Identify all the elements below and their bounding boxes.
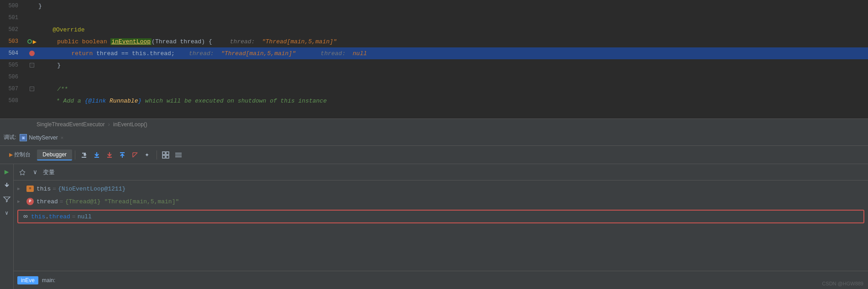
code-content: } [41, 62, 868, 69]
fold-icon[interactable]: − [30, 87, 34, 91]
watches-btn[interactable] [160, 149, 172, 161]
line-number: 503 [0, 38, 23, 45]
stack-section: inEve main: [14, 271, 868, 289]
thread-icon: P [26, 198, 34, 205]
variables-list: ▶ ≡ this = {NioEventLoop@1211} ▶ P threa… [14, 181, 868, 271]
var-value-this: {NioEventLoop@1211} [58, 186, 125, 192]
var-value-null: null [78, 213, 92, 220]
resume-btn[interactable]: ▶ [2, 167, 12, 177]
line-gutter-507: − [23, 87, 41, 91]
frames-btn[interactable] [173, 149, 184, 161]
svg-rect-2 [107, 157, 112, 158]
tab-debugger[interactable]: Debugger [37, 150, 72, 160]
var-eq-thread: = [60, 198, 63, 205]
var-value-thread: {Thread@1} "Thread[main,5,main]" [65, 198, 179, 205]
code-line-500: 500 } [0, 0, 868, 12]
code-lines: 500 } 501 502 @Override 503 ▶ public boo [0, 0, 868, 107]
code-editor: 500 } 501 502 @Override 503 ▶ public boo [0, 0, 868, 119]
code-line-506: 506 [0, 71, 868, 83]
expand-btn[interactable]: ∨ [2, 208, 12, 218]
pin-icon[interactable] [17, 167, 27, 177]
debug-close-btn[interactable]: × [61, 135, 63, 140]
force-step-btn[interactable] [104, 149, 115, 161]
step-over-side-btn[interactable] [2, 181, 12, 191]
step-over-btn[interactable] [78, 149, 90, 161]
line-number: 505 [0, 62, 23, 68]
line-number: 500 [0, 3, 23, 9]
stack-label: main: [42, 277, 55, 284]
debug-header: 调试: ▣ NettyServer × [0, 129, 868, 146]
debug-panel: 调试: ▣ NettyServer × ▶ 控制台 Debugger [0, 129, 868, 289]
code-line-508: 508 * Add a {@link Runnable} which will … [0, 95, 868, 107]
object-icon: ≡ [26, 186, 34, 192]
chevron-down-icon[interactable]: ∨ [30, 167, 40, 177]
debug-toolbar: ▶ 控制台 Debugger [0, 146, 868, 164]
filter-btn[interactable] [2, 194, 12, 204]
breadcrumb-class: SingleThreadEventExecutor [37, 121, 105, 128]
line-number: 507 [0, 86, 23, 92]
step-out-btn[interactable] [116, 149, 128, 161]
code-content: @Override [37, 26, 868, 33]
svg-rect-11 [166, 155, 169, 158]
expand-arrow-thread[interactable]: ▶ [17, 199, 25, 204]
line-number: 501 [0, 15, 23, 21]
expand-arrow-this[interactable]: ▶ [17, 186, 25, 191]
evaluate-btn[interactable]: ✦ [142, 149, 154, 161]
line-number: 502 [0, 26, 23, 33]
line-gutter-503: ▶ [23, 38, 41, 46]
variables-label: 变量 [43, 168, 55, 176]
svg-rect-9 [166, 152, 169, 155]
debug-session-icon: ▣ [20, 134, 27, 141]
toolbar-separator-1 [75, 150, 75, 160]
line-gutter-504 [23, 51, 41, 56]
svg-line-6 [133, 153, 137, 157]
debug-left-sidebar: ▶ ∨ [0, 164, 14, 289]
var-item-thread[interactable]: ▶ P thread = {Thread@1} "Thread[main,5,m… [14, 195, 868, 208]
breadcrumb-sep: › [106, 121, 111, 128]
svg-text:✦: ✦ [145, 152, 149, 158]
watermark: CSDN @HGW889 [822, 281, 863, 286]
svg-rect-0 [82, 157, 86, 158]
step-into-btn[interactable] [91, 149, 103, 161]
code-line-501: 501 [0, 12, 868, 24]
svg-rect-1 [94, 157, 99, 158]
code-content-504: return thread == this.thread; thread: "T… [41, 50, 868, 57]
var-item-this[interactable]: ▶ ≡ this = {NioEventLoop@1211} [14, 182, 868, 195]
code-line-502: 502 @Override [0, 24, 868, 36]
breadcrumb-method: inEventLoop() [113, 121, 147, 128]
breakpoint-green-icon [27, 39, 32, 44]
var-item-this-thread[interactable]: ∞ this . thread = null [17, 210, 864, 223]
code-content: * Add a {@link Runnable} which will be e… [37, 98, 868, 104]
code-line-503: 503 ▶ public boolean inEventLoop(Thread … [0, 36, 868, 47]
var-name-this: this [37, 186, 51, 192]
debug-session-name: NettyServer [29, 134, 58, 141]
line-number: 504 [0, 50, 23, 57]
code-content: public boolean inEventLoop(Thread thread… [41, 38, 868, 45]
svg-rect-10 [162, 155, 165, 158]
var-name-this-part: this [31, 213, 45, 220]
code-content: /** [41, 86, 868, 93]
var-name-thread: thread [37, 198, 58, 205]
svg-rect-3 [120, 152, 125, 153]
breakpoint-red-icon [29, 51, 35, 56]
svg-rect-8 [162, 152, 165, 155]
current-frame-badge[interactable]: inEve [17, 276, 38, 284]
code-content: } [37, 3, 868, 10]
debug-tabs: ▶ 控制台 Debugger [4, 149, 72, 160]
run-to-cursor-btn[interactable] [129, 149, 141, 161]
debug-content: ▶ ∨ ∨ 变量 [0, 164, 868, 289]
variables-panel: ∨ 变量 ▶ ≡ this = {NioEventLoop@1211} ▶ [14, 164, 868, 289]
tab-console[interactable]: ▶ 控制台 [4, 149, 36, 160]
code-line-507: 507 − /** [0, 83, 868, 95]
line-number: 506 [0, 74, 23, 80]
breadcrumb: SingleThreadEventExecutor › inEventLoop(… [0, 119, 868, 129]
debug-arrow-icon: ▶ [33, 38, 37, 46]
var-name-dot: . [45, 213, 49, 220]
fold-icon[interactable]: − [30, 63, 34, 67]
code-line-504: 504 return thread == this.thread; thread… [0, 47, 868, 59]
line-number: 508 [0, 98, 23, 104]
variables-toolbar: ∨ 变量 [14, 164, 868, 181]
toolbar-separator-2 [157, 150, 157, 160]
var-eq: = [52, 186, 56, 192]
code-line-505: 505 − } [0, 59, 868, 71]
